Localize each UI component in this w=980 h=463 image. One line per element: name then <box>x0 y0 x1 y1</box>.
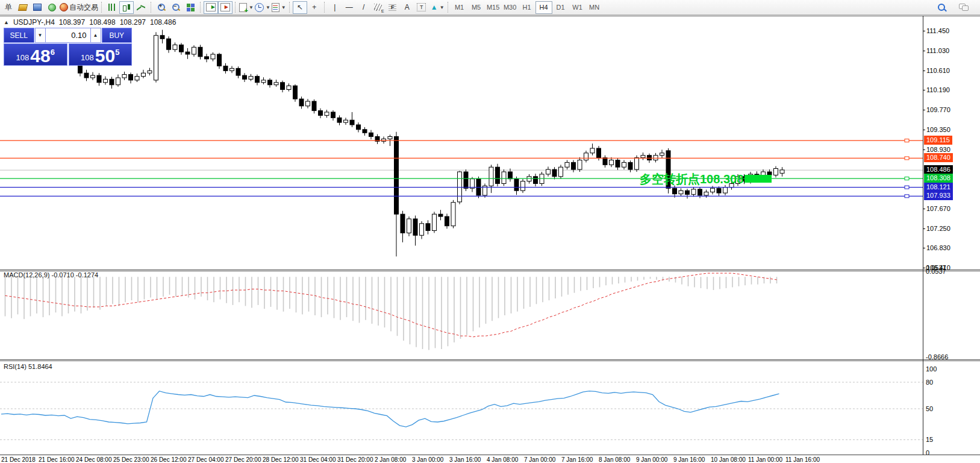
chart-shift-icon <box>220 3 230 11</box>
indicators-icon <box>239 3 247 12</box>
macd-value: -0.0710 <box>51 271 73 279</box>
rsi-pane-divider[interactable] <box>0 359 980 360</box>
zoom-out-icon[interactable]: − <box>169 1 183 14</box>
macd-scale-bottom: -0.8666 <box>926 353 948 361</box>
buy-price-base: 108 <box>81 53 94 62</box>
time-axis-label: 21 Dec 16:00 <box>39 456 75 463</box>
autotrading-button[interactable]: 自动交易 <box>59 1 99 14</box>
toolbar-separator <box>101 2 102 13</box>
candlestick-chart-icon[interactable] <box>119 1 134 14</box>
chart-annotation-text[interactable]: 多空转折点108.308 <box>640 171 743 187</box>
toolbar-separator <box>448 2 449 13</box>
price-chart-canvas[interactable] <box>0 16 923 269</box>
time-axis[interactable]: 21 Dec 201821 Dec 16:0024 Dec 08:0025 De… <box>0 455 980 463</box>
trendline-icon[interactable]: / <box>357 1 371 14</box>
time-axis-label: 9 Jan 16:00 <box>673 456 705 463</box>
rsi-value: 51.8464 <box>28 363 52 370</box>
shapes-icon[interactable]: ▲▼ <box>429 1 445 14</box>
tile-windows-icon[interactable] <box>183 1 198 14</box>
new-order-button[interactable]: 单 <box>1 1 16 14</box>
timeframe-m1[interactable]: M1 <box>451 1 468 14</box>
volume-input[interactable] <box>46 28 90 43</box>
bar-chart-icon <box>108 4 116 11</box>
templates-icon[interactable]: ▼ <box>271 1 287 14</box>
level-price-label: 109.115 <box>924 136 952 145</box>
auto-scroll-icon[interactable] <box>204 1 218 14</box>
candlestick-chart-icon <box>122 4 131 11</box>
search-icon[interactable] <box>934 1 949 14</box>
timeframe-h1[interactable]: H1 <box>519 1 535 14</box>
chart-shift-icon[interactable] <box>218 1 233 14</box>
profile-icon <box>33 4 42 11</box>
price-axis-label: 108.930 <box>926 146 950 153</box>
profile-icon[interactable] <box>30 1 45 14</box>
price-axis-label: 111.450 <box>926 27 949 34</box>
time-axis-label: 7 Jan 16:00 <box>561 456 593 463</box>
chat-icon <box>959 4 968 11</box>
rsi-scale-label: 50 <box>926 405 933 412</box>
periods-icon <box>255 3 264 12</box>
channel-icon[interactable]: E <box>371 1 385 14</box>
buy-button[interactable]: BUY <box>102 28 133 43</box>
timeframe-w1[interactable]: W1 <box>569 1 586 14</box>
rsi-name: RSI(14) <box>4 363 27 370</box>
new-chart-icon[interactable] <box>16 1 30 14</box>
time-axis-label: 31 Dec 04:00 <box>300 456 336 463</box>
tile-windows-icon <box>187 4 195 11</box>
level-price-label: 108.740 <box>924 153 953 162</box>
timeframe-h4[interactable]: H4 <box>535 1 552 14</box>
bar-chart-icon[interactable] <box>105 1 119 14</box>
macd-signal-value: -0.1274 <box>76 271 98 279</box>
sell-price-big: 48 <box>30 48 50 64</box>
price-axis-label: 107.670 <box>926 205 950 212</box>
price-axis-label: 109.350 <box>926 126 950 133</box>
vertical-line-icon[interactable]: | <box>328 1 342 14</box>
price-axis-label: 106.830 <box>926 244 950 251</box>
time-axis-label: 3 Jan 16:00 <box>449 456 481 463</box>
mt4-terminal: 单自动交易+−▼▼▼↖+|—/EFAT▲▼M1M5M15M30H1H4D1W1M… <box>0 0 980 463</box>
macd-pane-divider[interactable] <box>0 269 980 270</box>
sell-price-sup: 6 <box>51 48 55 57</box>
time-axis-label: 9 Jan 00:00 <box>636 456 667 463</box>
main-toolbar: 单自动交易+−▼▼▼↖+|—/EFAT▲▼M1M5M15M30H1H4D1W1M… <box>0 0 980 15</box>
rsi-scale-label: 100 <box>926 365 937 373</box>
timeframe-m15[interactable]: M15 <box>485 1 502 14</box>
timeframe-mn[interactable]: MN <box>586 1 603 14</box>
volume-dropdown-button[interactable]: ▼ <box>35 28 46 43</box>
zoom-in-icon[interactable]: + <box>154 1 169 14</box>
text-label-icon: T <box>417 3 426 11</box>
search-icon <box>937 3 946 12</box>
sell-price-display[interactable]: 108 48 6 <box>4 43 67 66</box>
toolbar-separator <box>200 2 201 13</box>
signals-icon[interactable] <box>45 1 59 14</box>
timeframe-m5[interactable]: M5 <box>468 1 485 14</box>
level-price-label: 108.121 <box>924 183 953 192</box>
fibonacci-icon[interactable]: F <box>385 1 400 14</box>
rsi-pane-label: RSI(14) 51.8464 <box>4 363 52 370</box>
rsi-indicator-canvas[interactable] <box>0 361 923 455</box>
zoom-out-icon: − <box>172 3 180 11</box>
highlight-rectangle[interactable] <box>744 175 772 183</box>
macd-name: MACD(12,26,9) <box>4 271 49 279</box>
new-chart-icon <box>18 4 28 11</box>
crosshair-icon[interactable]: + <box>307 1 322 14</box>
macd-indicator-canvas[interactable] <box>0 271 923 359</box>
text-icon[interactable]: A <box>400 1 414 14</box>
toolbar-separator <box>235 2 236 13</box>
toolbar-separator <box>289 2 290 13</box>
periods-icon[interactable]: ▼ <box>254 1 271 14</box>
price-axis-border <box>923 16 923 455</box>
horizontal-line-icon[interactable]: — <box>342 1 357 14</box>
timeframe-d1[interactable]: D1 <box>552 1 569 14</box>
cursor-icon[interactable]: ↖ <box>293 1 307 14</box>
timeframe-m30[interactable]: M30 <box>502 1 519 14</box>
toolbar-separator <box>151 2 152 13</box>
line-chart-icon[interactable] <box>134 1 148 14</box>
time-axis-label: 28 Dec 12:00 <box>263 456 299 463</box>
text-label-icon[interactable]: T <box>414 1 429 14</box>
chat-icon[interactable] <box>956 1 970 14</box>
buy-price-display[interactable]: 108 50 5 <box>69 43 133 66</box>
volume-up-button[interactable]: ▲ <box>90 28 101 43</box>
indicators-icon[interactable]: ▼ <box>239 1 254 14</box>
sell-button[interactable]: SELL <box>4 28 34 43</box>
